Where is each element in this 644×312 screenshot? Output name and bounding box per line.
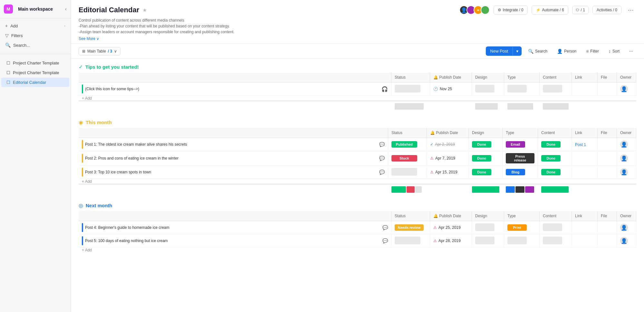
- sidebar-search-button[interactable]: 🔍 Search...: [0, 40, 71, 50]
- owner-cell: 👤: [617, 151, 636, 166]
- add-row-button[interactable]: + Add: [79, 177, 95, 186]
- sidebar-filters-button[interactable]: ▽ Filters: [0, 31, 71, 40]
- summary-blog: [525, 186, 534, 193]
- group-this-month: ◉ This month Status 🔔 Publish Date Desig…: [79, 119, 636, 195]
- col-header-link-2: Link: [572, 128, 598, 138]
- summary-link: [572, 101, 598, 112]
- automate-button[interactable]: ⚡ Automate / 6: [532, 5, 568, 15]
- collapse-sidebar-button[interactable]: ‹: [65, 6, 67, 12]
- date-check-icon: ✓: [430, 142, 433, 147]
- link-cell: Post 1: [572, 138, 598, 151]
- table-head-tips: Status 🔔 Publish Date Design Type Conten…: [79, 73, 636, 83]
- toolbar: ⊞ Main Table / 3 ∨ New Post ▼ 🔍 Search 👤…: [71, 44, 644, 59]
- group-tips-title: Tips to get you started!: [85, 64, 139, 70]
- table-grid-icon: ⊞: [82, 49, 85, 54]
- link-cell: [572, 83, 598, 96]
- comment-icon[interactable]: 💬: [379, 142, 385, 147]
- group-next-month-table: Status 🔔 Publish Date Design Type Conten…: [79, 211, 636, 252]
- col-header-content: Content: [540, 73, 572, 83]
- content-empty: [543, 237, 562, 244]
- content-cell: Done: [538, 151, 572, 166]
- col-header-design: Design: [472, 73, 504, 83]
- calendar-icon: ☐: [6, 80, 10, 85]
- toolbar-more-button[interactable]: ⋯: [626, 47, 636, 55]
- summary-green: [391, 186, 406, 193]
- date-alert-icon: ⚠: [433, 239, 437, 243]
- type-badge: Press release: [506, 153, 534, 163]
- table-selector[interactable]: ⊞ Main Table / 3 ∨: [79, 47, 120, 55]
- design-cell: Done: [469, 166, 503, 179]
- design-badge: Done: [472, 141, 491, 148]
- date-alert-icon: ⚠: [430, 170, 434, 174]
- table-row: Post 5: 100 days of eating nothing but i…: [79, 234, 636, 248]
- content-cell: [540, 83, 572, 96]
- date-cell: ⚠ Apr 28, 2019: [430, 234, 472, 248]
- more-options-icon[interactable]: ⋯: [625, 5, 636, 15]
- design-empty: [475, 237, 495, 244]
- comment-icon[interactable]: 💬: [379, 156, 385, 161]
- type-badge: Email: [506, 141, 525, 148]
- row-indicator: [82, 140, 83, 149]
- header-actions: 👤 M ⚙ Integrate / 0 ⚡ Automate / 6: [459, 5, 636, 15]
- add-row-button[interactable]: + Add: [79, 94, 95, 102]
- page-title-row: Editorial Calendar ★: [79, 6, 147, 14]
- col-header-content-2: Content: [538, 128, 572, 138]
- col-header-design-3: Design: [472, 211, 504, 221]
- group-tips-icon: ✓: [79, 64, 83, 70]
- integrate-button[interactable]: ⚙ Integrate / 0: [494, 5, 528, 15]
- sidebar-item-project2[interactable]: ☐ Project Charter Template: [1, 68, 69, 77]
- design-badge: Done: [472, 155, 491, 161]
- group-tips-header: ✓ Tips to get you started!: [79, 64, 636, 70]
- table-row: Post 2: Pros and cons of eating ice crea…: [79, 151, 636, 166]
- sidebar-item-project1[interactable]: ☐ Project Charter Template: [1, 58, 69, 68]
- summary-type: [503, 184, 538, 195]
- design-cell: [472, 83, 504, 96]
- type-badge: Blog: [506, 169, 525, 175]
- new-post-button[interactable]: New Post ▼: [486, 46, 522, 56]
- content-empty: [543, 223, 562, 231]
- tip-icon[interactable]: 🎧: [381, 86, 388, 92]
- row-name-cell: Post 4: Beginner's guide to homemade ice…: [79, 221, 391, 234]
- automate-icon: ⚡: [536, 8, 541, 12]
- summary-row-tips: [79, 101, 636, 112]
- status-cell: Published: [388, 138, 427, 151]
- col-header-date-2: 🔔 Publish Date: [427, 128, 469, 138]
- person-filter-button[interactable]: 👤 Person: [554, 47, 580, 55]
- search-button[interactable]: 🔍 Search: [525, 47, 551, 55]
- table-row: (Click this icon for some tips-->) 🎧 🕐 N…: [79, 83, 636, 96]
- file-cell: [598, 166, 617, 179]
- col-header-date: 🔔 Publish Date: [430, 73, 472, 83]
- col-header-status-3: Status: [391, 211, 430, 221]
- sort-button[interactable]: ↕ Sort: [605, 47, 623, 55]
- filter-button[interactable]: ≡ Filter: [583, 47, 602, 55]
- link-cell: [572, 221, 598, 234]
- comment-icon[interactable]: 💬: [382, 225, 388, 230]
- activities-button[interactable]: Activities / 0: [592, 6, 621, 14]
- main-area: Editorial Calendar ★ 👤 M ⚙ Integrate / 0: [71, 0, 644, 312]
- date-cell: ⚠ Apr 7, 2019: [427, 151, 469, 166]
- sidebar-add-button[interactable]: + Add ›: [0, 21, 71, 31]
- person-icon: 👤: [557, 49, 562, 54]
- filter-icon: ▽: [5, 33, 9, 38]
- col-header-name-3: [79, 211, 391, 221]
- comment-icon[interactable]: 💬: [379, 170, 385, 175]
- add-row-button[interactable]: + Add: [79, 246, 95, 254]
- status-cell: Stuck: [388, 151, 427, 166]
- sidebar-item-editorial[interactable]: ☐ Editorial Calendar: [1, 78, 69, 87]
- date-cell: ⚠ Apr 15, 2019: [427, 166, 469, 179]
- sidebar-actions: + Add › ▽ Filters 🔍 Search...: [0, 18, 71, 53]
- design-badge: Done: [472, 169, 491, 175]
- summary-status: [391, 101, 430, 112]
- comment-icon[interactable]: 💬: [382, 238, 388, 243]
- sidebar-divider: [0, 54, 71, 54]
- summary-type: [504, 101, 540, 112]
- see-more-link[interactable]: See More ∨: [79, 36, 99, 41]
- members-button[interactable]: ⚇ / 1: [572, 6, 589, 14]
- group-this-month-title: This month: [86, 120, 112, 125]
- status-cell: Needs review: [391, 221, 430, 234]
- search-toolbar-icon: 🔍: [528, 49, 533, 54]
- favorite-icon[interactable]: ★: [142, 7, 147, 13]
- filter-toolbar-icon: ≡: [586, 49, 589, 54]
- new-post-dropdown-icon[interactable]: ▼: [513, 47, 522, 55]
- content-cell: Done: [538, 166, 572, 179]
